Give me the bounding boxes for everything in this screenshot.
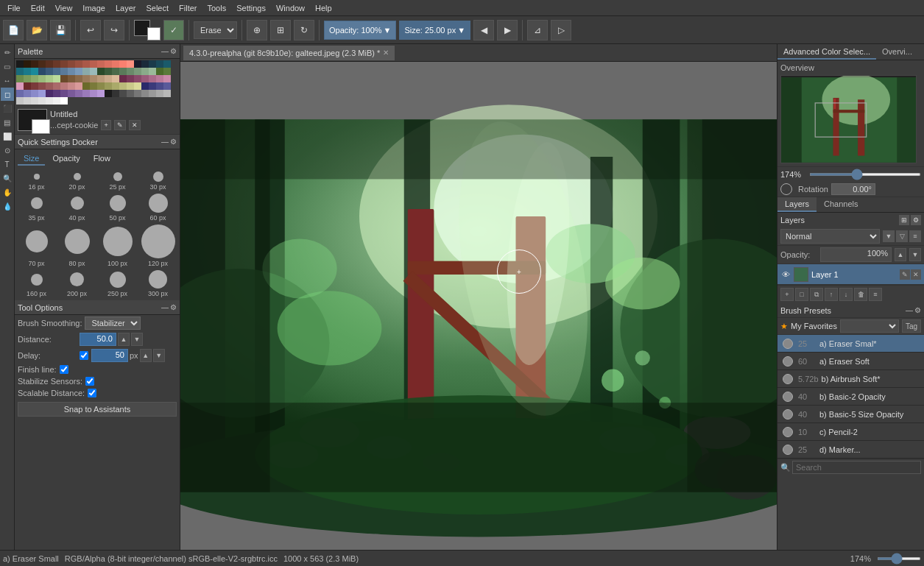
layer-down-btn[interactable]: ↓ [839,288,853,301]
opacity-arrow[interactable]: ▼ [384,26,392,35]
search-input[interactable] [792,461,921,474]
palette-color-cell[interactable] [90,68,97,75]
palette-color-cell[interactable] [97,82,105,90]
palette-color-cell[interactable] [156,82,163,90]
opacity-control[interactable]: Opacity: 100% ▼ [324,21,396,40]
scalable-distance-checkbox[interactable] [88,389,96,397]
tool-shape[interactable]: ▭ [1,60,14,73]
palette-color-cell[interactable] [105,75,112,82]
zoom-slider[interactable] [809,173,921,176]
statusbar-zoom-slider[interactable] [877,557,921,560]
palette-color-cell[interactable] [24,97,31,105]
layer-delete-btn[interactable]: ✕ [911,269,921,280]
add-brush-button[interactable]: + [101,120,110,130]
canvas-content[interactable]: + [180,62,777,550]
save-button[interactable]: 💾 [50,20,71,40]
finish-line-checkbox[interactable] [60,365,68,374]
new-button[interactable]: 📄 [3,20,24,40]
palette-color-cell[interactable] [134,82,141,90]
brush-preset-item[interactable]: 5.72b b) Airbrush Soft* [777,370,924,388]
palette-color-cell[interactable] [31,68,38,75]
menu-settings[interactable]: Settings [232,2,270,14]
layer-duplicate-btn[interactable]: ⧉ [810,288,823,301]
palette-color-cell[interactable] [97,68,105,75]
palette-color-cell[interactable] [38,82,46,90]
open-button[interactable]: 📂 [27,20,47,40]
palette-color-cell[interactable] [82,75,90,82]
tool-select-rect[interactable]: ⬜ [1,130,14,143]
tool-option2[interactable]: ⊞ [270,20,291,40]
palette-color-cell[interactable] [68,90,75,97]
delay-increment[interactable]: ▲ [140,349,152,362]
palette-color-cell[interactable] [149,68,156,75]
palette-color-cell[interactable] [112,60,119,68]
palette-color-cell[interactable] [119,68,127,75]
size-increment[interactable]: ▶ [497,20,518,40]
delay-decrement[interactable]: ▼ [153,349,165,362]
palette-color-cell[interactable] [82,68,90,75]
tag-button[interactable]: Tag [902,319,921,333]
close-brush-button[interactable]: ✕ [129,120,141,130]
brush-size-item[interactable]: 100 px [99,224,136,267]
background-swatch[interactable] [32,119,50,134]
menu-file[interactable]: File [3,2,25,14]
palette-color-cell[interactable] [141,90,149,97]
palette-color-cell[interactable] [46,90,53,97]
brush-preset-item[interactable]: 60 a) Eraser Soft [777,353,924,370]
palette-color-cell[interactable] [127,75,134,82]
brush-size-item[interactable]: 40 px [58,194,96,222]
brush-preset-item[interactable]: 25 a) Eraser Smal* [777,335,924,353]
palette-color-cell[interactable] [149,75,156,82]
palette-color-cell[interactable] [163,90,171,97]
palette-color-cell[interactable] [31,90,38,97]
palette-color-cell[interactable] [149,60,156,68]
palette-color-cell[interactable] [53,97,60,105]
palette-color-cell[interactable] [112,68,119,75]
palette-color-cell[interactable] [127,68,134,75]
brush-size-item[interactable]: 70 px [18,224,55,267]
palette-color-cell[interactable] [119,75,127,82]
tool-fill[interactable]: ⬛ [1,102,14,115]
palette-color-cell[interactable] [156,90,163,97]
palette-color-cell[interactable] [141,75,149,82]
palette-color-cell[interactable] [119,82,127,90]
brush-preset-item[interactable]: 25 d) Marker... [777,441,924,459]
menu-select[interactable]: Select [141,2,173,14]
menu-filter[interactable]: Filter [174,2,201,14]
overview-thumbnail[interactable] [780,75,917,163]
palette-color-cell[interactable] [46,97,53,105]
opacity-decrement[interactable]: ▼ [909,248,921,261]
layer-delete-btn2[interactable]: 🗑 [854,288,867,301]
palette-color-cell[interactable] [24,68,31,75]
edit-brush-button[interactable]: ✎ [114,120,126,130]
foreground-swatch[interactable] [18,109,47,131]
tool-options-settings[interactable]: ⚙ [170,303,177,311]
palette-color-cell[interactable] [53,75,60,82]
palette-color-cell[interactable] [60,97,68,105]
palette-color-cell[interactable] [149,82,156,90]
menu-help[interactable]: Help [311,2,336,14]
palette-color-cell[interactable] [82,82,90,90]
palette-color-cell[interactable] [163,68,171,75]
palette-color-cell[interactable] [90,60,97,68]
palette-color-cell[interactable] [68,68,75,75]
brush-size-item[interactable]: 120 px [139,224,177,267]
brush-size-item[interactable]: 300 px [139,270,177,297]
palette-color-cell[interactable] [127,82,134,90]
palette-color-cell[interactable] [31,97,38,105]
palette-color-cell[interactable] [31,82,38,90]
menu-layer[interactable]: Layer [111,2,141,14]
palette-color-cell[interactable] [75,60,82,68]
palette-color-cell[interactable] [60,75,68,82]
palette-color-cell[interactable] [134,60,141,68]
palette-color-cell[interactable] [38,60,46,68]
blend-mode-select[interactable]: Normal [780,229,880,244]
palette-color-cell[interactable] [53,82,60,90]
brush-preset-item[interactable]: 40 b) Basic-5 Size Opacity [777,406,924,423]
tool-color-picker[interactable]: 💧 [1,199,14,213]
blend-icon-1[interactable]: ▼ [883,230,895,242]
tab-opacity[interactable]: Opacity [46,152,85,166]
layer-eye-icon[interactable]: 👁 [780,269,791,280]
layer-add-btn[interactable]: + [780,288,794,301]
palette-color-cell[interactable] [46,68,53,75]
